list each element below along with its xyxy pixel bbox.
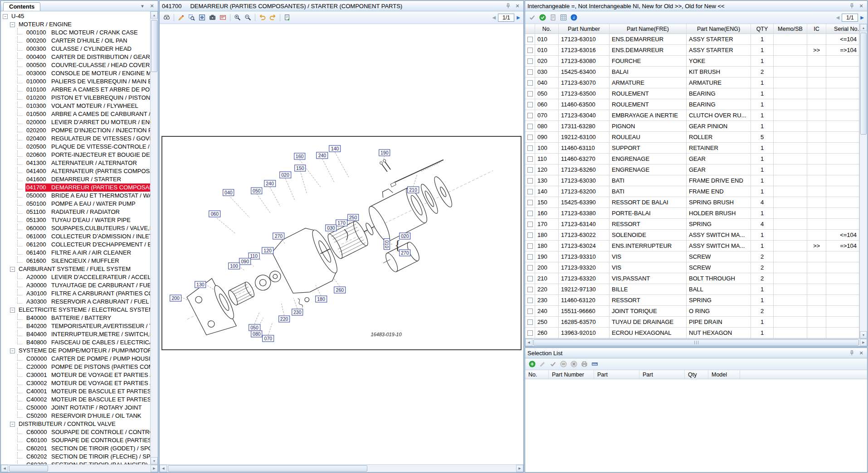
diagram-horizontal-scrollbar[interactable]: ◀ ▶	[160, 464, 523, 472]
part-row[interactable]: 18017123-63022SOLENOIDEASSY SWITCH MA...…	[525, 230, 859, 241]
row-checkbox[interactable]	[525, 110, 535, 121]
column-header-fre[interactable]: Part Name(FRE)	[610, 24, 687, 34]
collapse-icon[interactable]: −	[10, 348, 15, 353]
close-icon[interactable]: ✕	[858, 349, 865, 357]
edit-icon[interactable]	[538, 359, 547, 369]
callout-050[interactable]: 050	[251, 188, 263, 194]
selection-column-header[interactable]: Part	[594, 370, 639, 379]
part-row[interactable]: 24015511-96660JOINT TORIQUEO RING2	[525, 306, 859, 317]
tree-item-C30001[interactable]: C30001MOTEUR DE VOYAGE ET PARTIES / TRAV…	[1, 371, 150, 379]
tree-item-010500[interactable]: 010500ARBRE A CAMES DE CARBURANT / FUEL …	[1, 110, 150, 118]
row-checkbox[interactable]	[525, 175, 535, 186]
column-header-no[interactable]: No.	[535, 24, 559, 34]
part-row[interactable]: 13017123-63030BATIFRAME DRIVE END1	[525, 175, 859, 186]
row-checkbox[interactable]	[525, 143, 535, 153]
tree-item-051300[interactable]: 051300TUYAU D'EAU / WATER PIPE	[1, 216, 150, 224]
callout-270[interactable]: 270	[273, 232, 285, 239]
pin-icon[interactable]	[848, 349, 855, 357]
export-icon[interactable]	[283, 13, 292, 22]
tree-item-020400[interactable]: 020400REGULATEUR DE VITESSES / GOVERNOR	[1, 135, 150, 143]
tree-item-C00000[interactable]: C00000CARTER DE POMPE / PUMP HOUSING	[1, 355, 150, 363]
tree-item-010000[interactable]: 010000PALIERS DE VILEBREQUIN / MAIN BEAR…	[1, 77, 150, 86]
part-row[interactable]: 20017123-93320VISSCREW2	[525, 262, 859, 273]
collapse-icon[interactable]: −	[10, 22, 15, 27]
row-checkbox[interactable]	[525, 219, 535, 229]
close-icon[interactable]: ✕	[858, 2, 865, 10]
panel-menu-icon[interactable]: ▾	[139, 2, 146, 10]
tree-group[interactable]: −DISTRIBUTEUR / CONTROL VALVE	[1, 420, 150, 428]
zoom-in-icon[interactable]	[233, 13, 242, 22]
scroll-up-icon[interactable]: ▲	[860, 24, 867, 31]
search-icon[interactable]	[162, 13, 171, 22]
row-checkbox[interactable]	[525, 67, 535, 77]
tree-item-C30002[interactable]: C30002MOTEUR DE VOYAGE ET PARTIES / TRAV…	[1, 379, 150, 387]
callout-020[interactable]: 020	[279, 172, 291, 179]
checkbox-icon[interactable]	[527, 167, 533, 173]
part-row[interactable]: 01017123-63010ENS.DEMARREURASSY STARTER1…	[525, 34, 859, 45]
tree-item-061600[interactable]: 061600SILENCIEUX / MUFFLER	[1, 257, 150, 265]
close-icon[interactable]: ✕	[148, 2, 156, 10]
row-checkbox[interactable]	[525, 88, 535, 99]
tree-item-C50200[interactable]: C50200RESERVOIR D'HUILE / OIL TANK	[1, 412, 150, 420]
tree-item-041300[interactable]: 041300ALTERNATEUR / ALTERNATOR	[1, 159, 150, 167]
callout-160[interactable]: 160	[294, 153, 306, 160]
scroll-left-icon[interactable]: ◀	[1, 465, 8, 472]
checkbox-icon[interactable]	[527, 69, 533, 75]
column-header-memo[interactable]: Memo/SB	[774, 24, 807, 34]
part-row[interactable]: 14017123-63200BATIFRAME END1	[525, 186, 859, 197]
scroll-thumb[interactable]	[151, 20, 157, 72]
tree-item-B40200[interactable]: B40200TEMPORISATEUR,AVERTISSEUR / TIMER,…	[1, 322, 150, 330]
part-row[interactable]: 03015425-63400BALAIKIT BRUSH2	[525, 67, 859, 77]
checkbox-icon[interactable]	[527, 265, 533, 270]
fit-page-icon[interactable]	[197, 13, 207, 22]
scroll-up-icon[interactable]: ▲	[151, 11, 158, 19]
sheet-icon[interactable]	[548, 13, 558, 22]
row-checkbox[interactable]	[525, 306, 535, 316]
callout-080[interactable]: 080	[251, 331, 263, 338]
tree-root-item[interactable]: − U-45	[1, 12, 150, 20]
prev-page-icon[interactable]: ◀	[835, 15, 841, 20]
callout-050[interactable]: 050	[249, 324, 260, 331]
selection-column-header[interactable]: Qty	[685, 370, 708, 379]
checkbox-icon[interactable]	[527, 298, 533, 303]
row-checkbox[interactable]	[525, 132, 535, 142]
tree-item-020500[interactable]: 020500PLAQUE DE VITESSE-CONTROLE / SPEED…	[1, 143, 150, 151]
callout-010[interactable]: 010	[384, 238, 390, 250]
tree-item-010200[interactable]: 010200PISTON ET VILEBREQUIN / PISTON,CRA…	[1, 94, 150, 102]
scroll-thumb[interactable]	[533, 339, 859, 346]
contents-tab[interactable]: Contents	[3, 2, 40, 11]
tree-item-000300[interactable]: 000300CULASSE / CYLINDER HEAD	[1, 45, 150, 53]
part-row[interactable]: 08017311-63280PIGNONGEAR PINION1	[525, 121, 859, 132]
tree-group[interactable]: −MOTEUR / ENGINE	[1, 20, 150, 29]
row-checkbox[interactable]	[525, 186, 535, 197]
label-icon[interactable]	[218, 13, 228, 22]
row-checkbox[interactable]	[525, 328, 535, 338]
check-icon[interactable]	[527, 13, 537, 22]
part-row[interactable]: 21017123-63320VIS,PASSANTBOLT THROUGH2	[525, 273, 859, 284]
scroll-down-icon[interactable]: ▼	[860, 331, 867, 338]
tree-item-C60201[interactable]: C60201SECTION DE TIROIR (GODET) / SPOOL …	[1, 444, 150, 453]
tree-item-051100[interactable]: 051100RADIATEUR / RADIATOR	[1, 208, 150, 216]
callout-250[interactable]: 250	[347, 214, 359, 221]
column-header-pn[interactable]: Part Number	[559, 24, 610, 34]
checkbox-icon[interactable]	[527, 113, 533, 118]
checkbox-icon[interactable]	[527, 276, 533, 281]
callout-240[interactable]: 240	[317, 152, 328, 159]
tree-item-000200[interactable]: 000200CARTER D'HUILE / OIL PAN	[1, 37, 150, 45]
callout-070[interactable]: 070	[263, 335, 274, 342]
tree-item-C60000[interactable]: C60000SOUPAPE DE CONTROLE / CONTROL VALV…	[1, 428, 150, 436]
part-row[interactable]: 04017123-63070ARMATUREARMATURE1	[525, 77, 859, 88]
checkbox-icon[interactable]	[527, 254, 533, 260]
part-row[interactable]: 07017123-63040EMBRAYAGE A INERTIECLUTCH …	[525, 110, 859, 121]
scroll-left-icon[interactable]: ◀	[525, 339, 532, 346]
next-page-icon[interactable]: ▶	[859, 15, 865, 20]
part-row[interactable]: 10011460-63110SUPPORTRETAINER1	[525, 143, 859, 154]
parts-horizontal-scrollbar[interactable]: ◀ ▶	[525, 338, 867, 346]
callout-130[interactable]: 130	[195, 281, 206, 288]
callout-210[interactable]: 210	[407, 186, 419, 193]
scroll-right-icon[interactable]: ▶	[151, 465, 158, 472]
checkbox-icon[interactable]	[527, 135, 533, 140]
column-header-qty[interactable]: QTY	[751, 24, 774, 34]
callout-140[interactable]: 140	[329, 145, 341, 152]
selection-column-header[interactable]: Part Number	[549, 370, 594, 379]
